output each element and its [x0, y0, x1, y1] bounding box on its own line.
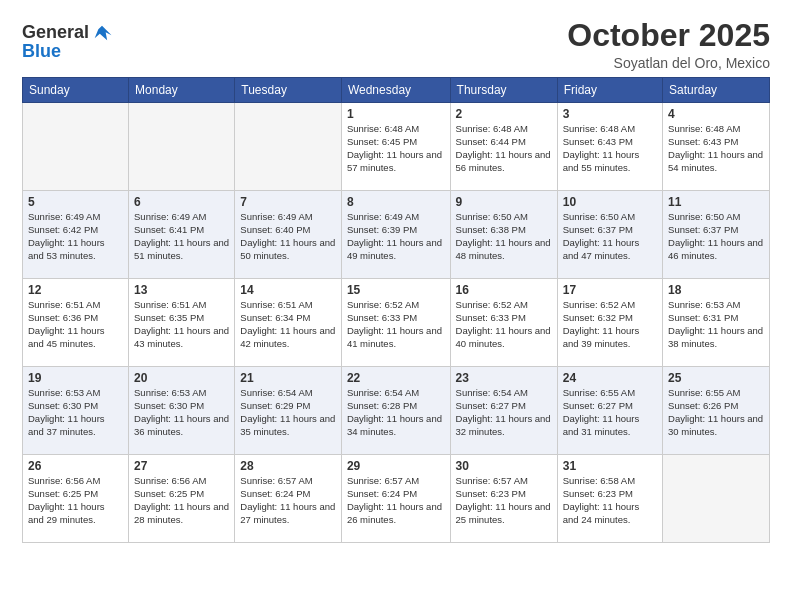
day-number: 4 — [668, 107, 764, 121]
day-number: 21 — [240, 371, 336, 385]
day-number: 29 — [347, 459, 445, 473]
calendar-week-row: 26Sunrise: 6:56 AM Sunset: 6:25 PM Dayli… — [23, 455, 770, 543]
day-number: 18 — [668, 283, 764, 297]
day-info: Sunrise: 6:48 AM Sunset: 6:44 PM Dayligh… — [456, 123, 552, 174]
day-info: Sunrise: 6:51 AM Sunset: 6:36 PM Dayligh… — [28, 299, 123, 350]
day-info: Sunrise: 6:49 AM Sunset: 6:41 PM Dayligh… — [134, 211, 229, 262]
day-number: 26 — [28, 459, 123, 473]
day-number: 24 — [563, 371, 657, 385]
calendar-week-row: 19Sunrise: 6:53 AM Sunset: 6:30 PM Dayli… — [23, 367, 770, 455]
calendar-cell: 27Sunrise: 6:56 AM Sunset: 6:25 PM Dayli… — [129, 455, 235, 543]
day-info: Sunrise: 6:54 AM Sunset: 6:29 PM Dayligh… — [240, 387, 336, 438]
calendar-cell: 25Sunrise: 6:55 AM Sunset: 6:26 PM Dayli… — [663, 367, 770, 455]
page: General Blue October 2025 Soyatlan del O… — [0, 0, 792, 553]
calendar-cell: 11Sunrise: 6:50 AM Sunset: 6:37 PM Dayli… — [663, 191, 770, 279]
column-header-sunday: Sunday — [23, 78, 129, 103]
day-number: 28 — [240, 459, 336, 473]
day-number: 22 — [347, 371, 445, 385]
column-header-friday: Friday — [557, 78, 662, 103]
month-title: October 2025 — [567, 18, 770, 53]
calendar-cell — [235, 103, 342, 191]
logo-blue-text: Blue — [22, 42, 113, 62]
day-number: 12 — [28, 283, 123, 297]
day-number: 15 — [347, 283, 445, 297]
calendar-header-row: SundayMondayTuesdayWednesdayThursdayFrid… — [23, 78, 770, 103]
logo: General Blue — [22, 22, 113, 62]
calendar-week-row: 5Sunrise: 6:49 AM Sunset: 6:42 PM Daylig… — [23, 191, 770, 279]
day-number: 8 — [347, 195, 445, 209]
calendar-cell: 26Sunrise: 6:56 AM Sunset: 6:25 PM Dayli… — [23, 455, 129, 543]
day-info: Sunrise: 6:52 AM Sunset: 6:32 PM Dayligh… — [563, 299, 657, 350]
calendar-cell: 3Sunrise: 6:48 AM Sunset: 6:43 PM Daylig… — [557, 103, 662, 191]
day-info: Sunrise: 6:48 AM Sunset: 6:43 PM Dayligh… — [668, 123, 764, 174]
calendar-cell: 9Sunrise: 6:50 AM Sunset: 6:38 PM Daylig… — [450, 191, 557, 279]
day-info: Sunrise: 6:49 AM Sunset: 6:40 PM Dayligh… — [240, 211, 336, 262]
day-info: Sunrise: 6:53 AM Sunset: 6:31 PM Dayligh… — [668, 299, 764, 350]
calendar-cell: 14Sunrise: 6:51 AM Sunset: 6:34 PM Dayli… — [235, 279, 342, 367]
calendar-cell: 30Sunrise: 6:57 AM Sunset: 6:23 PM Dayli… — [450, 455, 557, 543]
calendar-cell: 29Sunrise: 6:57 AM Sunset: 6:24 PM Dayli… — [341, 455, 450, 543]
day-number: 17 — [563, 283, 657, 297]
calendar-cell: 24Sunrise: 6:55 AM Sunset: 6:27 PM Dayli… — [557, 367, 662, 455]
calendar-cell: 23Sunrise: 6:54 AM Sunset: 6:27 PM Dayli… — [450, 367, 557, 455]
day-info: Sunrise: 6:54 AM Sunset: 6:27 PM Dayligh… — [456, 387, 552, 438]
day-info: Sunrise: 6:56 AM Sunset: 6:25 PM Dayligh… — [28, 475, 123, 526]
calendar-week-row: 12Sunrise: 6:51 AM Sunset: 6:36 PM Dayli… — [23, 279, 770, 367]
day-number: 30 — [456, 459, 552, 473]
calendar-cell — [129, 103, 235, 191]
day-number: 2 — [456, 107, 552, 121]
svg-marker-0 — [95, 26, 112, 41]
column-header-saturday: Saturday — [663, 78, 770, 103]
day-info: Sunrise: 6:48 AM Sunset: 6:43 PM Dayligh… — [563, 123, 657, 174]
day-info: Sunrise: 6:50 AM Sunset: 6:37 PM Dayligh… — [563, 211, 657, 262]
calendar-cell — [23, 103, 129, 191]
calendar-cell: 2Sunrise: 6:48 AM Sunset: 6:44 PM Daylig… — [450, 103, 557, 191]
day-info: Sunrise: 6:49 AM Sunset: 6:39 PM Dayligh… — [347, 211, 445, 262]
column-header-thursday: Thursday — [450, 78, 557, 103]
day-number: 13 — [134, 283, 229, 297]
calendar-cell: 8Sunrise: 6:49 AM Sunset: 6:39 PM Daylig… — [341, 191, 450, 279]
day-number: 11 — [668, 195, 764, 209]
calendar: SundayMondayTuesdayWednesdayThursdayFrid… — [22, 77, 770, 543]
calendar-cell: 22Sunrise: 6:54 AM Sunset: 6:28 PM Dayli… — [341, 367, 450, 455]
day-info: Sunrise: 6:55 AM Sunset: 6:27 PM Dayligh… — [563, 387, 657, 438]
day-number: 9 — [456, 195, 552, 209]
day-info: Sunrise: 6:54 AM Sunset: 6:28 PM Dayligh… — [347, 387, 445, 438]
day-number: 1 — [347, 107, 445, 121]
day-number: 3 — [563, 107, 657, 121]
day-number: 27 — [134, 459, 229, 473]
calendar-cell: 16Sunrise: 6:52 AM Sunset: 6:33 PM Dayli… — [450, 279, 557, 367]
calendar-cell: 28Sunrise: 6:57 AM Sunset: 6:24 PM Dayli… — [235, 455, 342, 543]
calendar-cell: 31Sunrise: 6:58 AM Sunset: 6:23 PM Dayli… — [557, 455, 662, 543]
calendar-cell: 18Sunrise: 6:53 AM Sunset: 6:31 PM Dayli… — [663, 279, 770, 367]
calendar-cell: 21Sunrise: 6:54 AM Sunset: 6:29 PM Dayli… — [235, 367, 342, 455]
day-number: 25 — [668, 371, 764, 385]
column-header-tuesday: Tuesday — [235, 78, 342, 103]
calendar-cell: 20Sunrise: 6:53 AM Sunset: 6:30 PM Dayli… — [129, 367, 235, 455]
title-block: October 2025 Soyatlan del Oro, Mexico — [567, 18, 770, 71]
calendar-cell: 12Sunrise: 6:51 AM Sunset: 6:36 PM Dayli… — [23, 279, 129, 367]
calendar-cell: 6Sunrise: 6:49 AM Sunset: 6:41 PM Daylig… — [129, 191, 235, 279]
calendar-cell — [663, 455, 770, 543]
calendar-cell: 4Sunrise: 6:48 AM Sunset: 6:43 PM Daylig… — [663, 103, 770, 191]
calendar-week-row: 1Sunrise: 6:48 AM Sunset: 6:45 PM Daylig… — [23, 103, 770, 191]
day-info: Sunrise: 6:51 AM Sunset: 6:35 PM Dayligh… — [134, 299, 229, 350]
day-info: Sunrise: 6:57 AM Sunset: 6:23 PM Dayligh… — [456, 475, 552, 526]
day-number: 7 — [240, 195, 336, 209]
calendar-cell: 7Sunrise: 6:49 AM Sunset: 6:40 PM Daylig… — [235, 191, 342, 279]
day-info: Sunrise: 6:58 AM Sunset: 6:23 PM Dayligh… — [563, 475, 657, 526]
column-header-wednesday: Wednesday — [341, 78, 450, 103]
location: Soyatlan del Oro, Mexico — [567, 55, 770, 71]
day-info: Sunrise: 6:57 AM Sunset: 6:24 PM Dayligh… — [347, 475, 445, 526]
day-info: Sunrise: 6:56 AM Sunset: 6:25 PM Dayligh… — [134, 475, 229, 526]
header: General Blue October 2025 Soyatlan del O… — [22, 18, 770, 71]
day-info: Sunrise: 6:55 AM Sunset: 6:26 PM Dayligh… — [668, 387, 764, 438]
day-number: 14 — [240, 283, 336, 297]
logo-bird-icon — [91, 22, 113, 44]
day-info: Sunrise: 6:57 AM Sunset: 6:24 PM Dayligh… — [240, 475, 336, 526]
day-info: Sunrise: 6:49 AM Sunset: 6:42 PM Dayligh… — [28, 211, 123, 262]
day-number: 20 — [134, 371, 229, 385]
column-header-monday: Monday — [129, 78, 235, 103]
calendar-cell: 17Sunrise: 6:52 AM Sunset: 6:32 PM Dayli… — [557, 279, 662, 367]
day-info: Sunrise: 6:50 AM Sunset: 6:38 PM Dayligh… — [456, 211, 552, 262]
